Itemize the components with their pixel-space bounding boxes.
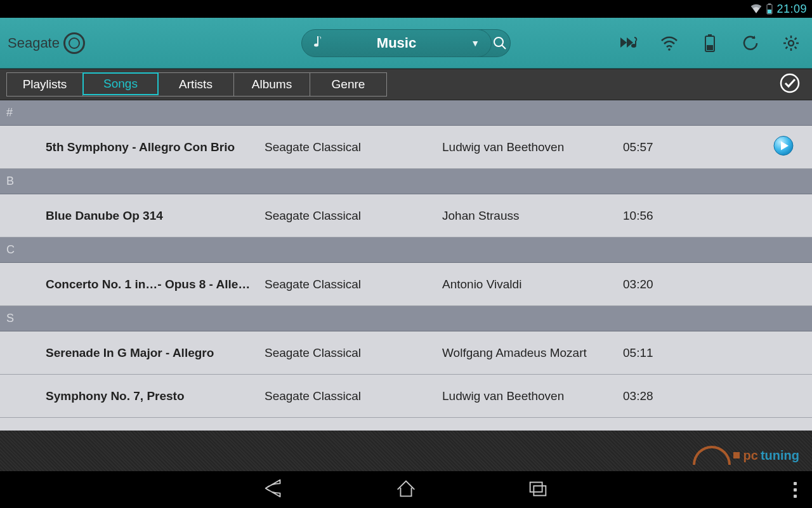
now-playing-button[interactable] [619,34,638,53]
song-duration: 03:20 [623,277,699,291]
watermark-text-2: tuning [761,448,799,463]
svg-rect-15 [530,483,542,492]
svg-point-13 [781,74,799,92]
svg-rect-16 [534,486,546,495]
battery-button[interactable] [700,34,719,53]
svg-point-4 [494,37,503,46]
tab-playlists[interactable]: Playlists [7,73,83,96]
svg-rect-2 [768,10,771,13]
song-row[interactable]: Symphony No. 7, PrestoSeagate ClassicalL… [0,375,812,418]
song-album: Seagate Classical [265,209,442,223]
android-status-bar: 21:09 [0,0,812,18]
app-header: Seagate Music ▼ [0,18,812,69]
android-nav-bar [0,471,812,508]
status-wifi-icon [750,3,763,15]
subtab-bar: PlaylistsSongsArtistsAlbumsGenre [0,69,812,100]
song-list: #5th Symphony - Allegro Con BrioSeagate … [0,100,812,431]
song-artist: Wolfgang Amadeus Mozart [442,346,623,360]
song-album: Seagate Classical [265,277,442,291]
svg-point-8 [668,48,671,51]
tab-group: PlaylistsSongsArtistsAlbumsGenre [6,72,387,97]
song-album: Seagate Classical [265,346,442,360]
watermark-arc-icon [693,446,731,465]
svg-rect-10 [708,34,712,36]
home-button[interactable] [394,476,418,503]
song-artist: Antonio Vivaldi [442,277,623,291]
tab-songs[interactable]: Songs [82,72,159,95]
wifi-button[interactable] [660,34,679,53]
status-clock: 21:09 [776,3,807,16]
song-title: Serenade In G Major - Allegro [46,346,265,360]
watermark-square-icon [733,452,740,458]
song-artist: Ludwig van Beethoven [442,140,623,154]
song-duration: 05:11 [623,346,699,360]
song-duration: 03:28 [623,389,699,403]
category-selector[interactable]: Music ▼ [301,29,492,57]
song-row[interactable]: Blue Danube Op 314Seagate ClassicalJohan… [0,194,812,237]
watermark-text-1: pc [743,448,758,463]
brand-text: Seagate [8,35,60,51]
song-title: Symphony No. 7, Presto [46,389,265,403]
section-header: B [0,169,812,194]
song-album: Seagate Classical [265,389,442,403]
svg-line-5 [502,45,506,49]
section-header: # [0,100,812,126]
svg-point-12 [789,41,794,46]
refresh-button[interactable] [741,34,760,53]
tab-artists[interactable]: Artists [158,73,234,96]
recent-apps-button[interactable] [526,476,550,503]
song-row[interactable]: Serenade In G Major - AllegroSeagate Cla… [0,331,812,375]
song-artist: Ludwig van Beethoven [442,389,623,403]
song-artist: Johan Strauss [442,209,623,223]
watermark: pctuning [693,446,799,465]
settings-button[interactable] [782,34,801,53]
back-button[interactable] [262,476,286,503]
song-duration: 05:57 [623,140,699,154]
song-row[interactable]: 5th Symphony - Allegro Con BrioSeagate C… [0,126,812,169]
song-row[interactable]: Concerto No. 1 in…- Opus 8 - AllegroSeag… [0,263,812,306]
brand-ring-icon [63,32,85,54]
caret-down-icon: ▼ [471,38,480,48]
footer-area: pctuning [0,431,812,471]
play-icon[interactable] [773,135,794,159]
menu-button[interactable] [794,482,797,498]
song-title: Blue Danube Op 314 [46,209,265,223]
brand-logo[interactable]: Seagate [8,32,85,54]
song-title: 5th Symphony - Allegro Con Brio [46,140,265,154]
select-all-button[interactable] [779,72,801,97]
section-header: C [0,237,812,263]
category-label: Music [302,35,491,51]
song-title: Concerto No. 1 in…- Opus 8 - Allegro [46,277,265,291]
song-duration: 10:56 [623,209,699,223]
song-album: Seagate Classical [265,140,442,154]
section-header: S [0,306,812,331]
svg-rect-1 [768,4,771,5]
tab-albums[interactable]: Albums [234,73,310,96]
status-battery-icon [766,3,773,15]
tab-genre[interactable]: Genre [310,73,386,96]
svg-rect-11 [707,45,713,50]
